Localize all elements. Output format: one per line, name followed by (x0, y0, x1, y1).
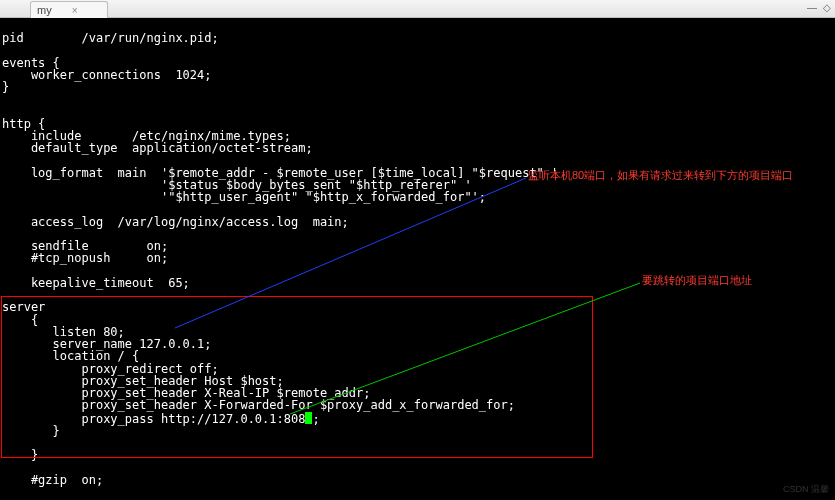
code-line: access_log /var/log/nginx/access.log mai… (2, 215, 349, 229)
code-line: } (2, 80, 9, 94)
tab-label: my (37, 4, 52, 16)
code-line: default_type application/octet-stream; (2, 141, 313, 155)
code-line: #tcp_nopush on; (2, 251, 168, 265)
code-line: } (2, 448, 38, 462)
terminal-content[interactable]: pid /var/run/nginx.pid; events { worker_… (0, 18, 835, 488)
tab-my[interactable]: my × (30, 1, 108, 18)
close-icon[interactable]: × (72, 5, 78, 16)
maximize-icon[interactable]: ◇ (823, 2, 831, 13)
code-line: pid /var/run/nginx.pid; (2, 31, 219, 45)
watermark: CSDN 温馨 (783, 483, 829, 496)
annotation-proxy-pass: 要跳转的项目端口地址 (642, 273, 752, 288)
code-line: worker_connections 1024; (2, 68, 212, 82)
code-line: } (2, 424, 60, 438)
window-titlebar: my × — ◇ (0, 0, 835, 18)
code-text: ; (312, 412, 319, 426)
code-line: '"$http_user_agent" "$http_x_forwarded_f… (2, 190, 486, 204)
titlebar-spacer (0, 0, 30, 17)
minimize-icon[interactable]: — (807, 2, 817, 13)
annotation-listen: 监听本机80端口，如果有请求过来转到下方的项目端口 (528, 168, 793, 183)
code-line: proxy_set_header X-Forwarded-For $proxy_… (2, 398, 515, 412)
code-line: #gzip on; (2, 473, 103, 487)
code-line: keepalive_timeout 65; (2, 276, 190, 290)
window-controls: — ◇ (807, 2, 831, 13)
